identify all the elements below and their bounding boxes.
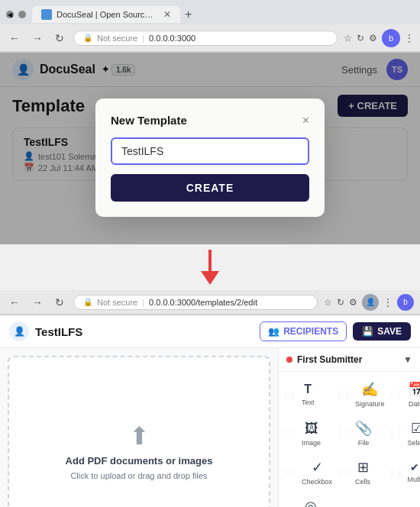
checkbox-field-label: Checkbox [302,478,332,486]
submitter-dot [286,357,292,363]
drag-handle-3[interactable]: ⋮⋮ [388,390,403,399]
radio-field-icon: ◎ [305,498,317,507]
field-row-multiple: ⋮⋮ ✔✔ Multiple [388,453,420,492]
signature-field-label: Signature [355,400,385,408]
browser-ext[interactable]: b [397,294,414,311]
submitter-header: First Submitter ▼ [279,348,420,372]
upload-title: Add PDF documents or images [66,455,213,467]
field-multiple[interactable]: ✔✔ Multiple [405,455,420,489]
recipients-icon: 👥 [268,326,279,337]
signature-field-icon: ✍ [361,381,378,398]
url-input[interactable]: 🔒 Not secure | 0.0.0.0:3000 [73,31,338,46]
drag-handle-9[interactable]: ⋮⋮ [388,468,403,476]
editor-body: ⬆ Add PDF documents or images Click to u… [0,348,420,507]
back-button[interactable]: ← [6,31,23,46]
bottom-section: ← → ↻ 🔒 Not secure | 0.0.0.0:3000/templa… [0,290,420,507]
image-field-icon: 🖼 [305,421,318,437]
submitter-full: First Submitter [286,354,362,365]
field-cells[interactable]: ⊞ Cells [352,453,373,492]
select-field-label: Select [408,439,420,447]
editor-app: 👤 TestILFS 👥 RECIPIENTS 💾 SAVE ⬆ Add P [0,315,420,507]
field-row-cells: ⋮⋮ ⊞ Cells [335,453,388,492]
fields-panel: First Submitter ▼ ⋮⋮ T Text ⋮⋮ [279,348,420,507]
bookmark-icon[interactable]: ☆ [344,33,352,44]
back-button-2[interactable]: ← [6,295,23,310]
drag-handle-7[interactable]: ⋮⋮ [282,468,297,476]
modal-overlay: New Template × CREATE [0,53,420,244]
field-row-radio: ⋮⋮ ◎ Radio [282,492,335,507]
template-name-input[interactable] [111,137,309,165]
browser-chrome-bottom: ← → ↻ 🔒 Not secure | 0.0.0.0:3000/templa… [0,290,420,315]
browser-profile-2[interactable]: 👤 [362,294,379,311]
drag-handle-6[interactable]: ⋮⋮ [388,429,403,438]
browser-actions-2: ☆ ↻ ⚙ 👤 ⋮ b [324,294,414,311]
drag-handle-4[interactable]: ⋮⋮ [282,429,297,438]
text-field-label: Text [302,399,315,406]
submitter-chevron-icon[interactable]: ▼ [403,354,412,365]
lock-icon: 🔒 [83,34,92,42]
modal-title: New Template [111,114,187,127]
drag-handle[interactable]: ⋮⋮ [282,390,297,399]
drag-handle-5[interactable]: ⋮⋮ [335,429,351,438]
reload-button[interactable]: ↻ [52,31,67,46]
top-section: ◀ DocuSeal | Open Source Doc... ✕ + ← → … [0,0,420,244]
address-text-2: 0.0.0.0:3000/templates/2/edit [149,298,257,307]
drag-handle-8[interactable]: ⋮⋮ [335,468,351,476]
fields-grid: ⋮⋮ T Text ⋮⋮ ✍ Signature [279,372,420,507]
new-tab-button[interactable]: + [185,8,192,21]
tab-close-icon[interactable]: ✕ [163,9,171,20]
editor-template-name: TestILFS [35,325,82,338]
field-radio[interactable]: ◎ Radio [299,492,323,507]
new-template-modal: New Template × CREATE [95,98,325,217]
field-row-date: ⋮⋮ 📅 Date [388,375,420,414]
upload-icon: ⬆ [129,421,150,450]
modal-create-button[interactable]: CREATE [111,174,309,202]
forward-button[interactable]: → [29,31,46,46]
url-input-2[interactable]: 🔒 Not secure | 0.0.0.0:3000/templates/2/… [73,295,318,310]
browser-actions: ☆ ↻ ⚙ b ⋮ [344,29,414,47]
field-checkbox[interactable]: ✓ Checkbox [299,453,335,492]
forward-button-2[interactable]: → [29,295,46,310]
tab-favicon [41,9,52,20]
extension-icon[interactable]: ⚙ [369,33,377,44]
field-select[interactable]: ☑ Select [405,414,420,453]
multiple-field-label: Multiple [408,476,420,483]
submitter-label: First Submitter [297,354,362,365]
save-icon: 💾 [362,326,373,337]
upload-subtitle: Click to upload or drag and drop files [70,471,207,480]
tab-title: DocuSeal | Open Source Doc... [57,10,156,19]
field-date[interactable]: 📅 Date [405,375,420,414]
modal-close-button[interactable]: × [302,115,309,127]
browser-profile[interactable]: b [382,29,400,47]
menu-icon-2[interactable]: ⋮ [383,297,393,308]
recipients-button[interactable]: 👥 RECIPIENTS [260,321,347,341]
menu-icon[interactable]: ⋮ [405,33,414,44]
cells-field-icon: ⊞ [357,459,369,476]
refresh-icon-2[interactable]: ↻ [337,297,344,308]
image-field-label: Image [302,439,321,447]
save-button[interactable]: 💾 SAVE [353,322,411,341]
file-field-label: File [358,439,370,447]
address-bar-top: ← → ↻ 🔒 Not secure | 0.0.0.0:3000 ☆ ↻ ⚙ … [0,24,420,52]
reload-button-2[interactable]: ↻ [52,295,67,310]
down-arrow [201,250,219,285]
editor-header: 👤 TestILFS 👥 RECIPIENTS 💾 SAVE [0,315,420,348]
pdf-drop-area[interactable]: ⬆ Add PDF documents or images Click to u… [8,356,270,507]
field-file[interactable]: 📎 File [352,414,375,453]
editor-title: 👤 TestILFS [9,321,82,341]
pdf-panel: ⬆ Add PDF documents or images Click to u… [0,348,279,507]
editor-avatar: 👤 [9,321,29,341]
browser-tab[interactable]: DocuSeal | Open Source Doc... ✕ [32,6,180,23]
security-label: Not secure [97,34,137,43]
field-image[interactable]: 🖼 Image [299,415,324,453]
security-label-2: Not secure [97,298,137,307]
text-field-icon: T [304,383,312,396]
field-text[interactable]: T Text [299,376,318,412]
extension-icon-2[interactable]: ⚙ [349,297,357,308]
docuseal-app: 👤 DocuSeal ✦ 1.6k Settings TS Template +… [0,53,420,244]
bookmark-icon-2[interactable]: ☆ [324,297,332,308]
drag-handle-2[interactable]: ⋮⋮ [335,390,351,399]
refresh-icon[interactable]: ↻ [357,33,364,44]
field-row-select: ⋮⋮ ☑ Select [388,414,420,453]
field-signature[interactable]: ✍ Signature [352,375,388,414]
